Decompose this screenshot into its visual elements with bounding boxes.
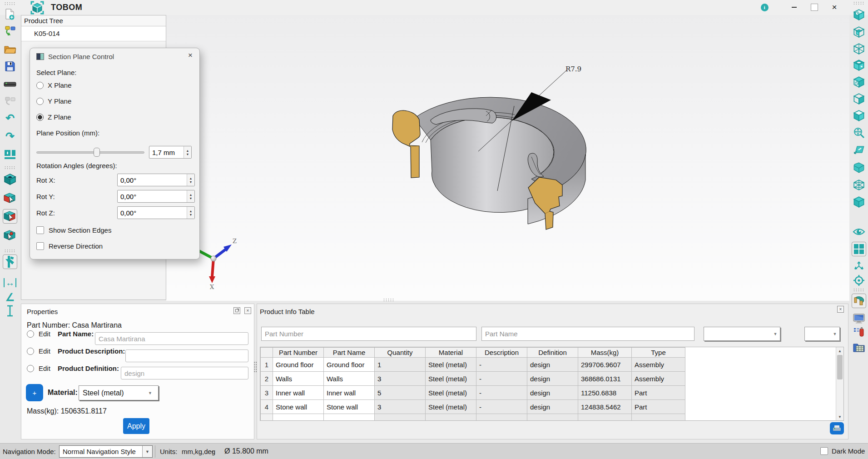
- spinner[interactable]: ▲▼: [184, 146, 191, 158]
- reverse-direction-input[interactable]: [36, 242, 44, 250]
- panel-restore-button[interactable]: [233, 307, 240, 314]
- parts-list-button[interactable]: [852, 325, 866, 339]
- dark-mode-checkbox[interactable]: [820, 447, 828, 455]
- axis-arrows-button[interactable]: [852, 259, 866, 273]
- view-shaded-button[interactable]: [852, 109, 866, 123]
- part-name-filter-input[interactable]: [481, 327, 694, 341]
- view-hidden-line-button[interactable]: [852, 92, 866, 106]
- plane-position-input[interactable]: [149, 146, 184, 158]
- info-button[interactable]: i: [759, 2, 770, 12]
- table-row[interactable]: 3 Inner wall Inner wall 5 Steel (metal) …: [261, 386, 685, 400]
- assembly-import-button[interactable]: [3, 24, 17, 38]
- table-row[interactable]: 2 Walls Walls 3 Steel (metal) - design 3…: [261, 372, 685, 386]
- scrollbar-thumb[interactable]: [837, 355, 843, 379]
- add-material-button[interactable]: +: [26, 384, 43, 401]
- spin-up-icon[interactable]: ▲: [186, 149, 189, 152]
- view-open-cube-button[interactable]: [852, 58, 866, 73]
- solid-round-cube-button[interactable]: [852, 160, 866, 175]
- radio-y-plane-input[interactable]: [36, 98, 44, 105]
- solid-cube-button[interactable]: [852, 195, 866, 210]
- radio-z-plane[interactable]: Z Plane: [36, 113, 71, 121]
- measure-distance-button[interactable]: ↔: [3, 275, 17, 290]
- undo-button[interactable]: ↶: [3, 111, 17, 125]
- scroll-up-icon[interactable]: ▲: [836, 347, 843, 354]
- measure-vertical-button[interactable]: [3, 304, 17, 318]
- panel-close-button[interactable]: ×: [244, 307, 251, 314]
- table-scrollbar[interactable]: ▲ ▼: [836, 347, 843, 420]
- scroll-down-icon[interactable]: ▼: [836, 413, 843, 420]
- edit-product-definition-radio[interactable]: [27, 365, 34, 372]
- dialog-close-button[interactable]: ×: [184, 51, 196, 62]
- view-cube-button[interactable]: [3, 172, 17, 186]
- col-description[interactable]: Description: [476, 348, 527, 358]
- part-number-filter-input[interactable]: [261, 327, 476, 341]
- col-part-name[interactable]: Part Name: [324, 348, 375, 358]
- spin-down-icon[interactable]: ▼: [186, 153, 189, 156]
- dark-mode-toggle[interactable]: Dark Mode: [820, 447, 865, 455]
- view-wireframe-solid-button[interactable]: [852, 25, 866, 40]
- units-caret-icon[interactable]: ▾: [212, 450, 213, 454]
- slider-track[interactable]: [36, 151, 144, 154]
- display-monitor-button[interactable]: [852, 311, 866, 326]
- view-wireframe-button[interactable]: [852, 42, 866, 56]
- edit-part-name-radio[interactable]: [27, 330, 34, 338]
- sketch-plane-button[interactable]: [852, 143, 866, 158]
- close-button[interactable]: ×: [828, 2, 840, 12]
- product-definition-input[interactable]: [121, 367, 248, 379]
- toolbar-drag-handle[interactable]: [4, 166, 15, 169]
- zoom-fit-button[interactable]: [852, 125, 866, 140]
- spin-up-icon[interactable]: ▲: [189, 210, 193, 213]
- visibility-eye-button[interactable]: [852, 225, 866, 239]
- view-iso-back-button[interactable]: [852, 8, 866, 22]
- toolbar-drag-handle[interactable]: [853, 1, 864, 5]
- filter-dropdown-1[interactable]: ▼: [704, 327, 780, 341]
- redo-button[interactable]: ↷: [3, 129, 17, 144]
- show-section-edges-input[interactable]: [36, 226, 44, 234]
- new-file-button[interactable]: [3, 7, 17, 22]
- section-by-point-button[interactable]: [3, 228, 17, 243]
- col-quantity[interactable]: Quantity: [375, 348, 426, 358]
- show-section-edges-checkbox[interactable]: Show Section Edges: [36, 226, 111, 234]
- origin-target-button[interactable]: [852, 273, 866, 288]
- reverse-direction-checkbox[interactable]: Reverse Direction: [36, 242, 103, 250]
- open-folder-button[interactable]: [3, 42, 17, 56]
- assembly-disabled-button[interactable]: [3, 94, 17, 108]
- col-type[interactable]: Type: [632, 348, 685, 358]
- toolbar-drag-handle[interactable]: [853, 288, 864, 291]
- section-by-face-button[interactable]: [3, 191, 17, 205]
- toolbar-drag-handle[interactable]: [4, 2, 15, 5]
- radio-x-plane-input[interactable]: [36, 82, 44, 89]
- measure-angle-button[interactable]: ∠: [3, 290, 17, 304]
- radio-z-plane-input[interactable]: [36, 114, 44, 121]
- panel-splitter-handle[interactable]: [383, 298, 394, 301]
- radio-x-plane[interactable]: X Plane: [36, 81, 72, 89]
- filter-dropdown-2[interactable]: ▼: [804, 327, 840, 341]
- col-definition[interactable]: Definition: [527, 348, 578, 358]
- edit-product-description-radio[interactable]: [27, 348, 34, 355]
- units-value[interactable]: mm,kg,deg: [182, 448, 215, 455]
- four-views-button-active[interactable]: [852, 242, 866, 256]
- export-print-button[interactable]: [830, 422, 844, 434]
- measure-caliper-button-active[interactable]: [3, 254, 17, 269]
- plane-position-slider[interactable]: [36, 148, 144, 157]
- section-plane-button-active[interactable]: [3, 209, 17, 224]
- spinner[interactable]: ▲▼: [187, 174, 194, 186]
- minimize-button[interactable]: [788, 2, 800, 12]
- toolbar-drag-handle[interactable]: [4, 249, 15, 252]
- table-row[interactable]: 4 Stone wall Stone wall 3 Steel (metal) …: [261, 400, 685, 414]
- spin-up-icon[interactable]: ▲: [189, 177, 193, 180]
- view-iso-front-button[interactable]: [852, 75, 866, 90]
- col-material[interactable]: Material: [426, 348, 476, 358]
- slider-thumb[interactable]: [94, 148, 100, 157]
- storage-drive-button[interactable]: [3, 77, 17, 92]
- table-row[interactable]: 1 Ground floor Ground floor 1 Steel (met…: [261, 358, 685, 372]
- material-select[interactable]: Steel (metal) ▼: [79, 385, 159, 400]
- report-table-button[interactable]: [852, 340, 866, 355]
- product-description-input[interactable]: [125, 349, 248, 362]
- spinner[interactable]: ▲▼: [187, 190, 194, 202]
- rot-x-input[interactable]: [118, 174, 187, 186]
- maximize-button[interactable]: [808, 2, 820, 12]
- save-button[interactable]: [3, 59, 17, 74]
- spin-down-icon[interactable]: ▼: [189, 180, 193, 184]
- rot-y-input[interactable]: [118, 190, 187, 202]
